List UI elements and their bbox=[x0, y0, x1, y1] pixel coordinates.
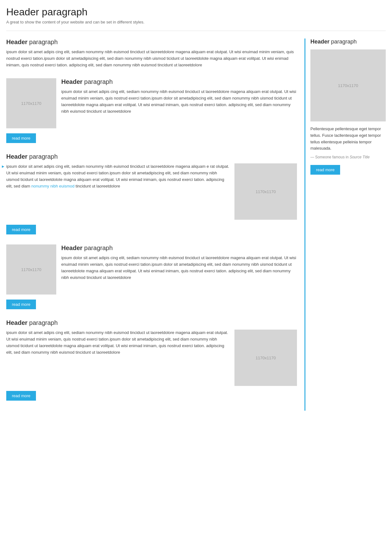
article-2-read-more[interactable]: read more bbox=[6, 133, 36, 143]
article-4-body: ipsum dolor sit amet adipis cing elit, s… bbox=[61, 255, 297, 281]
article-5-title: Header paragraph bbox=[6, 319, 297, 326]
article-3: Header paragraph ipsum dolor sit amet ad… bbox=[6, 153, 297, 234]
article-3-thumb: 1170x1170 bbox=[234, 163, 297, 220]
article-4-thumb: 1170x1170 bbox=[6, 244, 56, 295]
article-5-content: ipsum dolor sit amet adipis cing elit, s… bbox=[6, 330, 229, 386]
article-3-read-more[interactable]: read more bbox=[6, 225, 36, 234]
article-4-read-more[interactable]: read more bbox=[6, 300, 36, 309]
article-1: Header paragraph ipsum dolor sit amet ad… bbox=[6, 38, 297, 68]
article-1-title-rest: paragraph bbox=[28, 38, 58, 45]
article-3-content: ipsum dolor sit amet adipis cing elit, s… bbox=[6, 163, 229, 220]
article-1-body: ipsum dolor sit amet adipis cing elit, s… bbox=[6, 49, 297, 68]
sidebar-quote: Pellentesque pellentesque eget tempor te… bbox=[310, 126, 386, 152]
article-1-title: Header paragraph bbox=[6, 38, 297, 46]
page-subtitle: A great to show the content of your webs… bbox=[6, 20, 386, 24]
sidebar-title: Header paragraph bbox=[310, 38, 386, 45]
article-4-content: Header paragraph ipsum dolor sit amet ad… bbox=[61, 244, 297, 295]
article-2-media: 1170x1170 Header paragraph ipsum dolor s… bbox=[6, 78, 297, 128]
article-2-title: Header paragraph bbox=[61, 78, 297, 85]
article-2-body: ipsum dolor sit amet adipis cing elit, s… bbox=[61, 89, 297, 115]
article-3-body: ipsum dolor sit amet adipis cing elit, s… bbox=[6, 163, 229, 189]
article-5-media: ipsum dolor sit amet adipis cing elit, s… bbox=[6, 330, 297, 386]
article-5: Header paragraph ipsum dolor sit amet ad… bbox=[6, 319, 297, 401]
article-1-title-bold: Header bbox=[6, 38, 28, 45]
article-5-image: 1170x1170 bbox=[234, 330, 297, 386]
page-title: Header paragraph bbox=[6, 6, 386, 18]
article-2-content: Header paragraph ipsum dolor sit amet ad… bbox=[61, 78, 297, 128]
article-4-media: 1170x1170 Header paragraph ipsum dolor s… bbox=[6, 244, 297, 295]
article-2: 1170x1170 Header paragraph ipsum dolor s… bbox=[6, 78, 297, 143]
sidebar-image: 1170x1170 bbox=[310, 49, 386, 121]
main-layout: Header paragraph ipsum dolor sit amet ad… bbox=[6, 38, 386, 411]
article-3-media: ipsum dolor sit amet adipis cing elit, s… bbox=[6, 163, 297, 220]
article-2-thumb: 1170x1170 bbox=[6, 78, 56, 128]
article-3-title: Header paragraph bbox=[6, 153, 297, 160]
article-5-thumb: 1170x1170 bbox=[234, 330, 297, 386]
header-divider bbox=[6, 31, 386, 31]
article-2-image: 1170x1170 bbox=[6, 78, 56, 128]
main-content: Header paragraph ipsum dolor sit amet ad… bbox=[6, 38, 297, 411]
article-3-link[interactable]: nonummy nibh euismod bbox=[31, 184, 74, 188]
sidebar: Header paragraph 1170x1170 Pellentesque … bbox=[304, 38, 386, 411]
sidebar-read-more[interactable]: read more bbox=[310, 165, 340, 175]
article-4-title: Header paragraph bbox=[61, 244, 297, 252]
article-3-image: 1170x1170 bbox=[234, 163, 297, 220]
article-4-image: 1170x1170 bbox=[6, 244, 56, 295]
article-5-body: ipsum dolor sit amet adipis cing elit, s… bbox=[6, 330, 229, 356]
sidebar-quote-attr: — Someone famous in Source Title bbox=[310, 155, 386, 159]
article-4: 1170x1170 Header paragraph ipsum dolor s… bbox=[6, 244, 297, 309]
article-5-read-more[interactable]: read more bbox=[6, 391, 36, 401]
